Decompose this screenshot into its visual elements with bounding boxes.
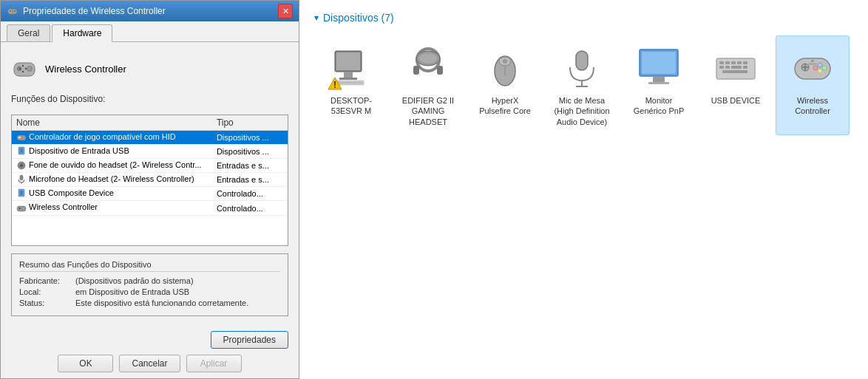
svg-point-1 [10, 10, 11, 12]
col-header-type: Tipo [212, 115, 288, 131]
svg-point-11 [19, 68, 21, 69]
svg-rect-58 [725, 66, 730, 69]
summary-rows: Fabricante:(Dispositivos padrão do siste… [19, 276, 280, 307]
summary-row: Fabricante:(Dispositivos padrão do siste… [19, 276, 280, 285]
svg-point-9 [22, 65, 24, 66]
dialog-content: Wireless Controller Funções do Dispositi… [1, 42, 299, 325]
device-label: Monitor Genérico PnP [628, 95, 689, 117]
chevron-down-icon: ▾ [314, 13, 319, 23]
svg-point-3 [12, 12, 13, 13]
table-cell-type: Entradas e s... [212, 159, 288, 173]
svg-rect-52 [719, 61, 724, 64]
table-cell-name: Fone de ouvido do headset (2- Wireless C… [12, 159, 212, 173]
svg-rect-53 [725, 61, 730, 64]
svg-rect-59 [731, 66, 742, 69]
svg-point-10 [22, 71, 24, 72]
device-header-icon [11, 55, 38, 82]
summary-row: Local:em Dispositivo de Entrada USB [19, 287, 280, 296]
tab-geral[interactable]: Geral [7, 24, 50, 41]
table-cell-name: Wireless Controller [12, 201, 212, 215]
svg-rect-44 [576, 51, 588, 70]
summary-key: Fabricante: [19, 276, 71, 285]
functions-label: Funções do Dispositivo: [11, 94, 288, 104]
device-item[interactable]: Wireless Controller [776, 35, 850, 135]
svg-rect-17 [20, 148, 23, 153]
svg-rect-49 [653, 76, 665, 82]
summary-title: Resumo das Funções do Dispositivo [19, 260, 280, 272]
table-cell-type: Controlado... [212, 187, 288, 201]
apply-button[interactable]: Aplicar [186, 355, 242, 372]
table-cell-type: Dispositivos ... [212, 145, 288, 159]
svg-point-66 [818, 63, 822, 67]
table-row[interactable]: Wireless ControllerControlado... [12, 201, 288, 215]
devices-panel: ▾ Dispositivos (7) !DESKTOP-53ESVR M EDI… [299, 0, 868, 379]
device-icon-wrap [789, 44, 836, 91]
svg-rect-48 [642, 52, 676, 74]
table-row[interactable]: USB Composite DeviceControlado... [12, 187, 288, 201]
functions-table-container: Nome Tipo Controlador de jogo compatível… [11, 115, 288, 246]
svg-rect-13 [17, 135, 26, 140]
properties-row: Propriedades [11, 331, 288, 349]
col-header-name: Nome [12, 115, 212, 131]
table-row[interactable]: Fone de ouvido do headset (2- Wireless C… [12, 159, 288, 173]
titlebar-icon [7, 5, 18, 17]
svg-rect-50 [648, 82, 669, 84]
close-button[interactable]: ✕ [278, 4, 293, 18]
device-item[interactable]: Monitor Genérico PnP [622, 35, 696, 135]
table-cell-type: Dispositivos ... [212, 131, 288, 145]
dialog-footer: Propriedades OK Cancelar Aplicar [1, 325, 299, 378]
device-item[interactable]: USB DEVICE [699, 35, 773, 135]
svg-point-2 [12, 10, 13, 10]
properties-button[interactable]: Propriedades [211, 331, 288, 349]
svg-rect-56 [743, 61, 747, 64]
ok-button[interactable]: OK [58, 355, 113, 372]
svg-point-39 [419, 53, 437, 64]
titlebar: Propriedades de Wireless Controller ✕ [1, 1, 299, 21]
devices-count-label: Dispositivos (7) [323, 12, 394, 24]
summary-value: Este dispositivo está funcionando corret… [75, 298, 248, 307]
svg-rect-60 [743, 66, 747, 69]
svg-rect-29 [344, 72, 353, 78]
device-item[interactable]: Mic de Mesa (High Definition Audio Devic… [545, 35, 619, 135]
summary-row: Status:Este dispositivo está funcionando… [19, 298, 280, 307]
table-row[interactable]: Dispositivo de Entrada USBDispositivos .… [12, 145, 288, 159]
svg-rect-54 [731, 61, 736, 64]
svg-point-68 [813, 66, 818, 70]
device-icon-wrap [635, 44, 682, 91]
device-label: Mic de Mesa (High Definition Audio Devic… [552, 95, 612, 127]
device-label: EDIFIER G2 II GAMING HEADSET [398, 95, 458, 127]
table-cell-type: Entradas e s... [212, 173, 288, 187]
table-cell-type: Controlado... [212, 201, 288, 215]
device-item[interactable]: EDIFIER G2 II GAMING HEADSET [391, 35, 465, 135]
device-icon-wrap [712, 44, 759, 91]
svg-point-26 [22, 207, 24, 209]
summary-box: Resumo das Funções do Dispositivo Fabric… [11, 253, 288, 316]
devices-grid: !DESKTOP-53ESVR M EDIFIER G2 II GAMING H… [314, 35, 853, 135]
svg-point-8 [27, 66, 33, 72]
device-label: USB DEVICE [711, 95, 761, 106]
bottom-buttons: OK Cancelar Aplicar [11, 355, 288, 372]
svg-rect-36 [413, 66, 419, 75]
svg-point-15 [22, 137, 24, 139]
device-icon-wrap: ! [328, 44, 375, 91]
device-label: DESKTOP-53ESVR M [321, 95, 382, 117]
device-label: Wireless Controller [782, 95, 843, 117]
svg-rect-23 [20, 191, 23, 195]
cancel-button[interactable]: Cancelar [119, 355, 180, 372]
functions-table: Nome Tipo Controlador de jogo compatível… [12, 115, 288, 216]
device-item[interactable]: !DESKTOP-53ESVR M [314, 35, 388, 135]
tab-hardware[interactable]: Hardware [52, 24, 112, 42]
svg-point-67 [822, 66, 827, 70]
table-row[interactable]: Microfone do Headset (2- Wireless Contro… [12, 173, 288, 187]
svg-point-14 [18, 137, 20, 138]
summary-value: em Dispositivo de Entrada USB [75, 287, 189, 296]
summary-key: Local: [19, 287, 71, 296]
svg-rect-37 [437, 66, 443, 75]
warning-badge: ! [328, 76, 342, 91]
summary-key: Status: [19, 298, 71, 307]
devices-header: ▾ Dispositivos (7) [314, 12, 853, 24]
device-icon-wrap [404, 44, 452, 91]
device-item[interactable]: HyperX Pulsefire Core [468, 35, 542, 135]
table-row[interactable]: Controlador de jogo compatível com HIDDi… [12, 131, 288, 145]
svg-point-12 [25, 68, 27, 69]
